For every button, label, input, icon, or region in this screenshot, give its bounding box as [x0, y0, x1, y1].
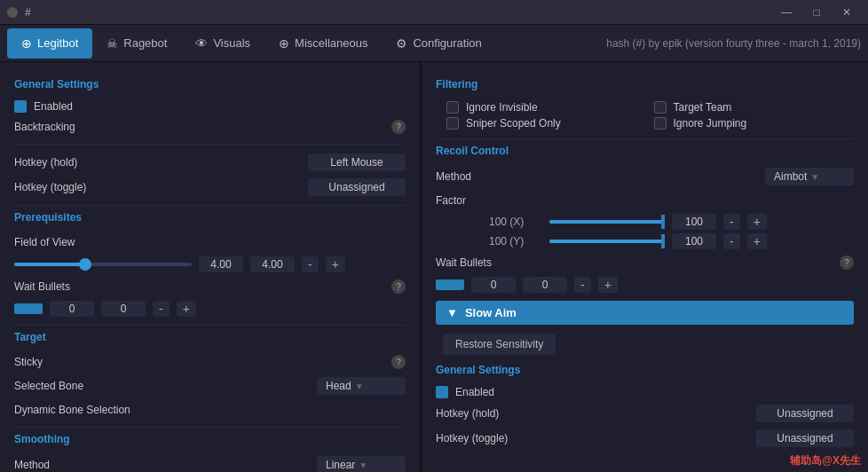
recoil-method-dropdown[interactable]: Aimbot ▼	[765, 168, 854, 185]
right-wait-bullets-label: Wait Bullets	[436, 256, 836, 269]
close-button[interactable]: ✕	[832, 0, 861, 25]
dynamic-bone-label: Dynamic Bone Selection	[14, 404, 406, 416]
recoil-method-arrow-icon: ▼	[810, 172, 819, 182]
factor-y-label: 100 (Y)	[489, 235, 542, 248]
minimize-button[interactable]: —	[772, 0, 801, 25]
factor-y-minus-button[interactable]: -	[723, 233, 740, 249]
sniper-scoped-item: Sniper Scoped Only	[446, 117, 636, 130]
right-wait-bullets-slider-row: 0 0 - +	[436, 274, 854, 295]
fov-label: Field of View	[14, 236, 406, 248]
enabled-checkbox[interactable]	[14, 100, 27, 113]
ignore-invisible-item: Ignore Invisible	[446, 101, 636, 114]
fov-label-row: Field of View	[14, 231, 406, 254]
right-hotkey-toggle-label: Hotkey (toggle)	[436, 432, 756, 444]
hotkey-hold-row: Hotkey (hold) Left Mouse	[14, 150, 406, 175]
tab-legitbot[interactable]: ⊕ Legitbot	[7, 28, 92, 59]
factor-y-plus-button[interactable]: +	[747, 233, 767, 249]
navtabs: ⊕ Legitbot ☠ Ragebot 👁 Visuals ⊕ Miscell…	[0, 25, 868, 62]
backtracking-help-icon[interactable]: ?	[391, 120, 406, 134]
main-content: General Settings Enabled Backtracking ? …	[0, 62, 868, 472]
dynamic-bone-row: Dynamic Bone Selection	[14, 398, 406, 421]
general-settings-title: General Settings	[14, 78, 406, 90]
slow-aim-label: Slow Aim	[465, 306, 517, 319]
right-hotkey-hold-label: Hotkey (hold)	[436, 407, 756, 420]
visuals-icon: 👁	[195, 36, 208, 51]
recoil-method-value: Aimbot	[774, 170, 807, 183]
fov-plus-button[interactable]: +	[326, 256, 345, 272]
selected-bone-label: Selected Bone	[14, 380, 317, 392]
recoil-control-title: Recoil Control	[436, 145, 854, 157]
wait-bullets-num2: 0	[101, 301, 146, 317]
right-hotkey-hold-value[interactable]: Unassigned	[756, 405, 854, 422]
right-hotkey-toggle-value[interactable]: Unassigned	[756, 429, 854, 447]
config-icon: ⚙	[396, 36, 407, 51]
wait-bullets-label-row: Wait Bullets ?	[14, 275, 406, 298]
fov-value-2: 4.00	[250, 256, 295, 272]
divider-1	[14, 144, 406, 145]
backtracking-label: Backtracking	[14, 121, 388, 133]
target-team-item: Target Team	[654, 101, 844, 114]
divider-3	[14, 325, 406, 326]
sniper-scoped-label: Sniper Scoped Only	[466, 117, 561, 130]
sniper-scoped-checkbox[interactable]	[446, 117, 459, 130]
factor-y-value: 100	[672, 233, 716, 249]
sticky-label: Sticky	[14, 356, 388, 368]
wait-bullets-slider[interactable]	[14, 303, 43, 314]
factor-x-slider[interactable]	[549, 220, 665, 224]
titlebar-controls: — □ ✕	[772, 0, 861, 25]
right-wait-bullets-slider[interactable]	[436, 279, 464, 290]
tab-ragebot[interactable]: ☠ Ragebot	[92, 28, 181, 59]
ignore-invisible-checkbox[interactable]	[446, 101, 459, 114]
smoothing-method-value: Linear	[326, 459, 355, 471]
right-enabled-checkbox[interactable]	[436, 386, 448, 398]
recoil-method-label: Method	[436, 170, 765, 183]
left-panel: General Settings Enabled Backtracking ? …	[0, 62, 422, 472]
selected-bone-dropdown[interactable]: Head ▼	[317, 377, 406, 395]
factor-x-slider-thumb[interactable]	[661, 215, 665, 229]
maximize-button[interactable]: □	[802, 0, 831, 25]
restore-sensitivity-button[interactable]: Restore Sensitivity	[443, 334, 556, 355]
right-enabled-label: Enabled	[455, 386, 854, 398]
backtracking-row: Backtracking ?	[14, 115, 406, 138]
misc-icon: ⊕	[279, 36, 289, 51]
tab-miscellaneous[interactable]: ⊕ Miscellaneous	[264, 28, 382, 59]
factor-x-minus-button[interactable]: -	[723, 214, 740, 230]
divider-2	[14, 205, 406, 206]
titlebar-dot-1	[7, 7, 18, 18]
hash-label: hash (#) by epik (version fourty three -…	[606, 37, 861, 50]
wait-bullets-help-icon[interactable]: ?	[391, 279, 406, 294]
target-team-checkbox[interactable]	[654, 101, 667, 114]
wait-bullets-num1: 0	[50, 301, 94, 317]
tab-visuals[interactable]: 👁 Visuals	[181, 28, 264, 59]
recoil-factor-label: Factor	[436, 194, 854, 207]
hotkey-hold-value[interactable]: Left Mouse	[308, 153, 406, 171]
tab-ragebot-label: Ragebot	[123, 36, 167, 50]
wait-bullets-plus-button[interactable]: +	[177, 301, 196, 317]
ignore-jumping-checkbox[interactable]	[654, 117, 667, 130]
hotkey-toggle-label: Hotkey (toggle)	[14, 181, 308, 193]
hotkey-toggle-value[interactable]: Unassigned	[308, 178, 406, 196]
fov-value-1: 4.00	[199, 256, 243, 272]
factor-y-slider[interactable]	[549, 240, 665, 243]
right-divider-1	[436, 138, 854, 139]
wait-bullets-minus-button[interactable]: -	[153, 301, 170, 317]
selected-bone-arrow-icon: ▼	[355, 382, 364, 391]
right-hotkey-hold-row: Hotkey (hold) Unassigned	[436, 401, 854, 426]
right-wait-bullets-plus[interactable]: +	[598, 277, 618, 293]
fov-minus-button[interactable]: -	[302, 256, 319, 272]
titlebar: # — □ ✕	[0, 0, 868, 25]
factor-y-slider-thumb[interactable]	[661, 234, 665, 248]
tab-configuration[interactable]: ⚙ Configuration	[382, 28, 495, 59]
tab-visuals-label: Visuals	[213, 36, 250, 50]
right-general-settings-title: General Settings	[436, 364, 854, 376]
fov-slider-track[interactable]	[14, 263, 192, 266]
slow-aim-header[interactable]: ▼ Slow Aim	[436, 301, 854, 325]
factor-x-plus-button[interactable]: +	[747, 214, 767, 230]
smoothing-method-dropdown[interactable]: Linear ▼	[317, 456, 406, 472]
titlebar-dots	[7, 7, 18, 18]
right-wait-bullets-help-icon[interactable]: ?	[840, 256, 854, 270]
watermark: 辅助岛@X先生	[790, 453, 861, 468]
fov-slider-thumb[interactable]	[79, 258, 91, 271]
right-wait-bullets-minus[interactable]: -	[574, 277, 591, 293]
sticky-help-icon[interactable]: ?	[391, 355, 406, 369]
